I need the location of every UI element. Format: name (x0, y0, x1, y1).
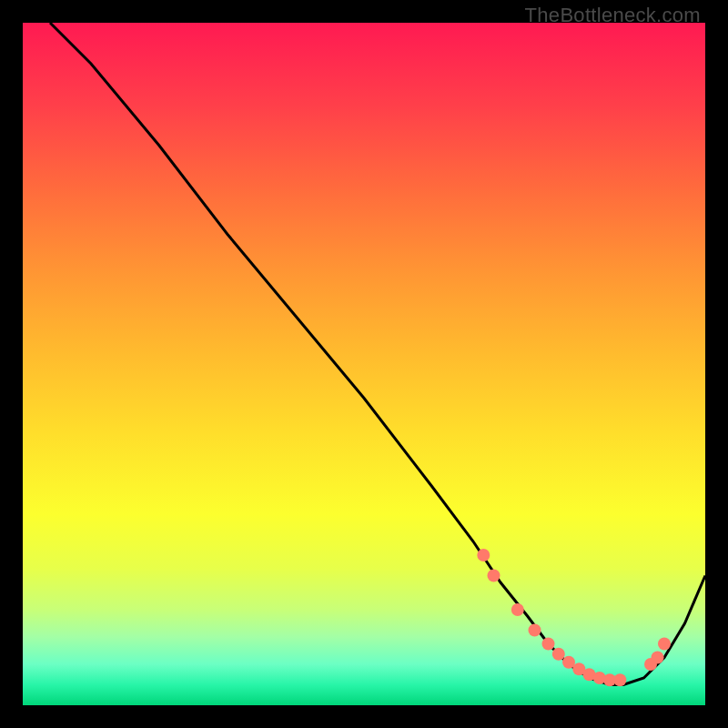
marker-group (477, 549, 671, 686)
marker-dot (658, 638, 671, 651)
marker-dot (488, 570, 500, 582)
marker-dot (529, 624, 541, 637)
plot-area (23, 23, 705, 705)
marker-dot (477, 549, 490, 561)
marker-dot (542, 638, 555, 651)
marker-dot (511, 603, 524, 616)
marker-dot (613, 673, 626, 686)
curve-svg (23, 23, 705, 705)
marker-dot (652, 652, 664, 664)
marker-dot (552, 648, 565, 661)
chart-wrapper: TheBottleneck.com (0, 0, 728, 728)
bottleneck-curve (50, 23, 705, 685)
